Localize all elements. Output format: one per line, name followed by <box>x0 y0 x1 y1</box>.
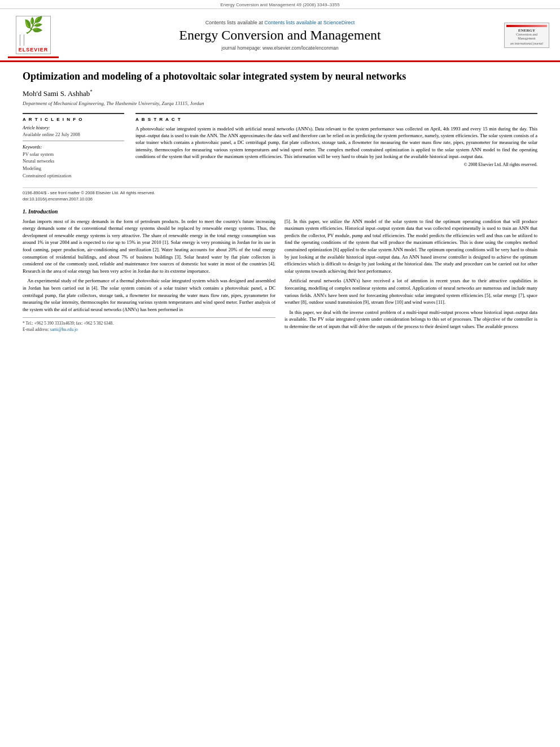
author-superscript: * <box>90 89 93 94</box>
body-left-para-1: Jordan imports most of its energy demand… <box>23 218 275 275</box>
contents-line: Contents lists available at Contents lis… <box>59 20 501 25</box>
journal-header: 🌿 ELSEVIER Contents lists available at C… <box>0 9 560 62</box>
cover-title: ENERGY <box>506 28 547 33</box>
keywords-divider <box>23 141 124 141</box>
body-right-para-2: Artificial neural networks (ANN's) have … <box>285 277 537 305</box>
journal-cover-image: ENERGY Conversion and Management an inte… <box>504 23 549 49</box>
keyword-1: PV solar system <box>23 151 124 158</box>
abstract-label: A B S T R A C T <box>135 117 537 122</box>
cover-subtitle1: Conversion and <box>506 33 547 37</box>
copyright-text: © 2008 Elsevier Ltd. All rights reserved… <box>135 162 537 167</box>
affiliation: Department of Mechanical Engineering, Th… <box>23 101 537 106</box>
paper-title: Optimization and modeling of a photovolt… <box>23 70 537 83</box>
body-right-para-1: [5]. In this paper, we utilize the ANN m… <box>285 218 537 275</box>
journal-citation: Energy Conversion and Management 49 (200… <box>0 0 560 9</box>
author-name: Moh'd Sami S. Ashhab* <box>23 89 537 98</box>
elsevier-logo: 🌿 ELSEVIER <box>16 16 51 54</box>
article-info-abstract-section: A R T I C L E I N F O Article history: A… <box>23 113 537 180</box>
abstract-panel: A B S T R A C T A photovoltaic solar int… <box>135 113 537 180</box>
cover-color-bar <box>506 25 547 27</box>
keywords-label: Keywords: <box>23 145 124 150</box>
body-left-col: Jordan imports most of its energy demand… <box>23 218 275 333</box>
elsevier-tree-icon: 🌿 <box>19 18 49 33</box>
body-right-col: [5]. In this paper, we utilize the ANN m… <box>285 218 537 333</box>
keyword-2: Neural networks <box>23 158 124 165</box>
article-history-label: Article history: <box>23 125 124 130</box>
footnote-email: E-mail address: sami@hu.edu.jo <box>23 326 275 333</box>
journal-center-header: Contents lists available at Contents lis… <box>59 20 501 51</box>
doi-line: doi:10.1016/j.enconman.2007.10.036 <box>23 196 537 202</box>
article-info-panel: A R T I C L E I N F O Article history: A… <box>23 113 124 180</box>
journal-cover-box: ENERGY Conversion and Management an inte… <box>501 23 552 49</box>
body-two-col: Jordan imports most of its energy demand… <box>23 218 537 333</box>
cover-note: an international journal <box>506 42 547 46</box>
sciencedirect-link[interactable]: Contents lists available at ScienceDirec… <box>264 20 355 25</box>
body-left-para-2: An experimental study of the performance… <box>23 277 275 313</box>
article-info-label: A R T I C L E I N F O <box>23 117 124 122</box>
article-available-online: Available online 22 July 2008 <box>23 132 124 137</box>
journal-homepage: journal homepage: www.elsevier.com/locat… <box>59 45 501 51</box>
footnote-tel: * Tel.: +962 5 390 3333x4639; fax: +962 … <box>23 320 275 326</box>
keyword-4: Constrained optimization <box>23 172 124 180</box>
keyword-3: Modeling <box>23 165 124 172</box>
footnote-email-value: sami@hu.edu.jo <box>50 327 78 332</box>
issn-line: 0196-8904/$ - see front matter © 2008 El… <box>23 190 537 195</box>
abstract-text: A photovoltaic solar integrated system i… <box>135 125 537 160</box>
cover-subtitle2: Management <box>506 37 547 41</box>
journal-title: Energy Conversion and Management <box>59 28 501 43</box>
elsevier-name: ELSEVIER <box>19 47 49 53</box>
article-bottom-bar: 0196-8904/$ - see front matter © 2008 El… <box>23 187 537 202</box>
footnote-section: * Tel.: +962 5 390 3333x4639; fax: +962 … <box>23 317 275 333</box>
elsevier-logo-area: 🌿 ELSEVIER <box>8 12 59 58</box>
section1-heading: 1. Introduction <box>23 208 537 215</box>
keywords-list: PV solar system Neural networks Modeling… <box>23 151 124 180</box>
main-content: Optimization and modeling of a photovolt… <box>0 62 560 340</box>
body-right-para-3: In this paper, we deal with the inverse … <box>285 309 537 330</box>
